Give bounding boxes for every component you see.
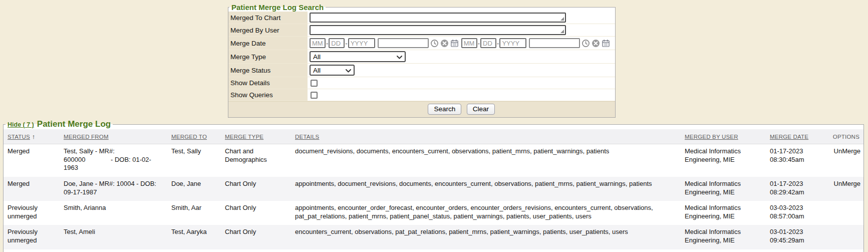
show-queries-checkbox[interactable] [311, 92, 318, 99]
search-button[interactable]: Search [428, 104, 461, 115]
date-from-month-input[interactable] [310, 38, 326, 48]
cell-status: Merged [4, 177, 60, 201]
page: Patient Merge Log Search Merged To Chart… [0, 0, 868, 252]
column-header-merged-from: MERGED FROM [60, 129, 167, 144]
cell-merge-date: 01-17-2023 08:30:45am [766, 144, 825, 177]
date-to-year-input[interactable] [499, 38, 526, 48]
clear-button[interactable]: Clear [467, 104, 495, 115]
show-details-checkbox[interactable] [311, 80, 318, 87]
date-separator: - [345, 40, 347, 47]
patient-merge-log-table: STATUS↑ MERGED FROM MERGED TO MERGE TYPE… [4, 129, 863, 249]
clock-icon[interactable] [582, 39, 590, 48]
column-header-merged-by-user: MERGED BY USER [681, 129, 766, 144]
form-button-row: Search Clear [228, 101, 615, 117]
cell-merge-date: 01-17-2023 08:29:42am [766, 177, 825, 201]
table-row: Previously unmerged Smith, Arianna Smith… [4, 201, 863, 225]
calendar-icon[interactable] [450, 39, 459, 48]
time-from-input[interactable] [378, 38, 429, 48]
cell-merged-by-user: Medical Informatics Engineering, MIE [681, 144, 766, 177]
merge-type-label: Merge Type [228, 50, 308, 63]
unmerge-link[interactable]: UnMerge [834, 180, 860, 187]
table-row: Merged Test, Sally - MR#: 600000 - DOB: … [4, 144, 863, 177]
cell-status: Previously unmerged [4, 225, 60, 249]
show-details-label: Show Details [228, 77, 308, 89]
date-to-month-input[interactable] [461, 38, 477, 48]
cell-status: Merged [4, 144, 60, 177]
show-queries-row: Show Queries [228, 89, 615, 101]
table-header-row: STATUS↑ MERGED FROM MERGED TO MERGE TYPE… [4, 129, 863, 144]
cell-merged-to: Smith, Aar [167, 201, 221, 225]
date-separator: - [478, 40, 480, 47]
column-header-options: OPTIONS [825, 129, 863, 144]
time-to-input[interactable] [529, 38, 580, 48]
cell-merged-from: Test, Ameli [60, 225, 167, 249]
cell-merged-from: Test, Sally - MR#: 600000 - DOB: 01-02-1… [60, 144, 167, 177]
cell-merge-date: 03-01-2023 09:45:29am [766, 225, 825, 249]
merged-to-chart-input[interactable] [310, 13, 566, 23]
chevron-down-icon [397, 53, 402, 61]
show-details-row: Show Details [228, 77, 615, 89]
cell-merged-by-user: Medical Informatics Engineering, MIE [681, 225, 766, 249]
show-queries-label: Show Queries [228, 89, 308, 101]
merged-to-chart-row: Merged To Chart [228, 12, 615, 24]
cell-merged-by-user: Medical Informatics Engineering, MIE [681, 201, 766, 225]
clear-date-x-icon[interactable] [440, 39, 449, 48]
cell-merged-from: Doe, Jane - MR#: 10004 - DOB: 09-17-1987 [60, 177, 167, 201]
sort-ascending-icon: ↑ [32, 133, 36, 140]
cell-merged-from: Smith, Arianna [60, 201, 167, 225]
cell-merged-to: Test, Sally [167, 144, 221, 177]
cell-details: encounters_current, observations, pat_pa… [291, 225, 681, 249]
merge-type-select[interactable]: All [310, 51, 406, 62]
cell-merged-to: Test, Aaryka [167, 225, 221, 249]
cell-details: appointments, document_revisions, docume… [291, 177, 681, 201]
clear-date-x-icon[interactable] [592, 39, 600, 48]
merged-by-user-row: Merged By User [228, 24, 615, 37]
chevron-down-icon [346, 67, 351, 74]
cell-merge-type: Chart Only [221, 201, 291, 225]
column-header-merge-date: MERGE DATE [766, 129, 825, 144]
merge-type-row: Merge Type All [228, 50, 615, 64]
date-separator: - [326, 40, 328, 47]
column-header-status: STATUS↑ [4, 129, 60, 144]
cell-merge-type: Chart Only [221, 225, 291, 249]
log-section-title: Patient Merge Log [37, 119, 111, 129]
merged-by-user-input[interactable] [310, 25, 566, 35]
table-row: Previously unmerged Test, Ameli Test, Aa… [4, 225, 863, 249]
column-header-merged-to: MERGED TO [167, 129, 221, 144]
clock-icon[interactable] [430, 39, 439, 48]
patient-merge-log-panel: Hide ( 7 )Patient Merge Log STATUS↑ MERG… [3, 119, 864, 252]
column-header-details: DETAILS [291, 129, 681, 144]
merged-by-user-label: Merged By User [228, 24, 308, 36]
cell-status: Previously unmerged [4, 201, 60, 225]
hide-toggle-link[interactable]: Hide ( 7 ) [8, 121, 34, 128]
date-from-day-input[interactable] [329, 38, 345, 48]
date-to-day-input[interactable] [480, 38, 496, 48]
unmerge-link[interactable]: UnMerge [834, 147, 860, 155]
calendar-icon[interactable] [602, 39, 610, 48]
date-separator: - [497, 40, 499, 47]
merge-date-label: Merge Date [228, 37, 308, 50]
cell-merge-date: 03-03-2023 08:57:00am [766, 201, 825, 225]
cell-merged-by-user: Medical Informatics Engineering, MIE [681, 177, 766, 201]
cell-merged-to: Doe, Jane [167, 177, 221, 201]
merge-status-row: Merge Status All [228, 64, 615, 77]
cell-details: appointments, encounter_order_forecast, … [291, 201, 681, 225]
merge-status-selected-value: All [313, 67, 321, 74]
merge-status-select[interactable]: All [310, 65, 355, 76]
patient-merge-log-search-panel: Patient Merge Log Search Merged To Chart… [228, 3, 616, 118]
date-from-year-input[interactable] [348, 38, 375, 48]
merge-date-row: Merge Date - - [228, 37, 615, 50]
merged-to-chart-label: Merged To Chart [228, 12, 308, 24]
table-row: Merged Doe, Jane - MR#: 10004 - DOB: 09-… [4, 177, 863, 201]
merge-status-label: Merge Status [228, 64, 308, 77]
column-header-merge-type: MERGE TYPE [221, 129, 291, 144]
search-panel-title: Patient Merge Log Search [229, 3, 326, 12]
cell-merge-type: Chart and Demographics [221, 144, 291, 177]
merge-type-selected-value: All [313, 53, 321, 61]
cell-details: document_revisions, documents, encounter… [291, 144, 681, 177]
cell-merge-type: Chart Only [221, 177, 291, 201]
